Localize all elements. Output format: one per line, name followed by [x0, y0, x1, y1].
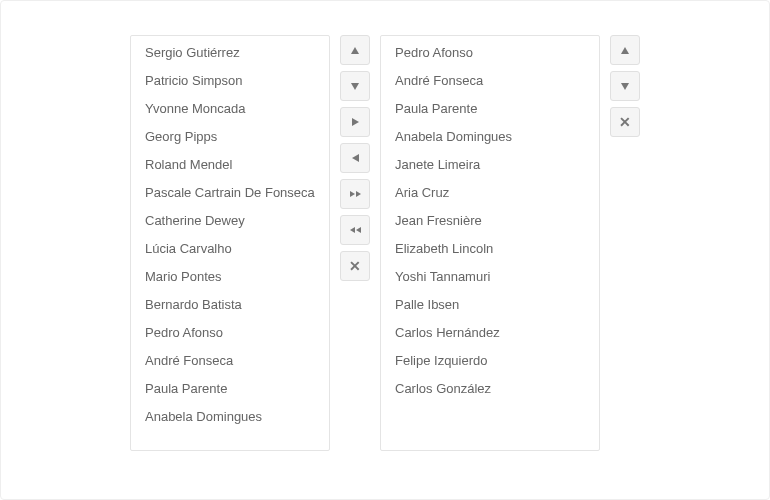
transfer-to-button[interactable] — [340, 107, 370, 137]
demo-panel: Sergio GutiérrezPatricio SimpsonYvonne M… — [0, 0, 770, 500]
source-list-item[interactable]: Georg Pipps — [131, 123, 329, 151]
target-list-item[interactable]: Yoshi Tannamuri — [381, 263, 599, 291]
target-list-item[interactable]: Anabela Domingues — [381, 123, 599, 151]
source-list-item[interactable]: Mario Pontes — [131, 263, 329, 291]
target-toolbar: ✕ — [610, 35, 640, 137]
source-list-item[interactable]: Paula Parente — [131, 375, 329, 403]
target-list-item[interactable]: Felipe Izquierdo — [381, 347, 599, 375]
move-down-button[interactable] — [340, 71, 370, 101]
caret-up-icon — [621, 47, 629, 54]
x-icon: ✕ — [619, 115, 631, 129]
source-list-item[interactable]: Sergio Gutiérrez — [131, 36, 329, 67]
caret-right-icon — [352, 118, 359, 126]
transfer-from-button[interactable] — [340, 143, 370, 173]
source-list-item[interactable]: Anabela Domingues — [131, 403, 329, 431]
move-up-button[interactable] — [340, 35, 370, 65]
source-list-item[interactable]: Bernardo Batista — [131, 291, 329, 319]
caret-left-icon — [352, 154, 359, 162]
target-list-item[interactable]: Elizabeth Lincoln — [381, 235, 599, 263]
double-caret-right-icon — [350, 191, 361, 197]
source-list-item[interactable]: Catherine Dewey — [131, 207, 329, 235]
transfer-toolbar: ✕ — [340, 35, 370, 281]
target-list-item[interactable]: Carlos Hernández — [381, 319, 599, 347]
source-list-item[interactable]: Yvonne Moncada — [131, 95, 329, 123]
source-list-item[interactable]: Roland Mendel — [131, 151, 329, 179]
target-list-item[interactable]: Palle Ibsen — [381, 291, 599, 319]
target-list-item[interactable]: Jean Fresnière — [381, 207, 599, 235]
transfer-all-to-button[interactable] — [340, 179, 370, 209]
target-list-item[interactable]: Paula Parente — [381, 95, 599, 123]
source-listbox[interactable]: Sergio GutiérrezPatricio SimpsonYvonne M… — [130, 35, 330, 451]
target-list-item[interactable]: Aria Cruz — [381, 179, 599, 207]
source-list-item[interactable]: André Fonseca — [131, 347, 329, 375]
caret-down-icon — [621, 83, 629, 90]
target-list-item[interactable]: André Fonseca — [381, 67, 599, 95]
transfer-all-from-button[interactable] — [340, 215, 370, 245]
caret-down-icon — [351, 83, 359, 90]
target-list-item[interactable]: Carlos González — [381, 375, 599, 403]
target-remove-button[interactable]: ✕ — [610, 107, 640, 137]
target-listbox[interactable]: Pedro AfonsoAndré FonsecaPaula ParenteAn… — [380, 35, 600, 451]
x-icon: ✕ — [349, 259, 361, 273]
double-caret-left-icon — [350, 227, 361, 233]
dual-listbox: Sergio GutiérrezPatricio SimpsonYvonne M… — [130, 35, 640, 451]
remove-button[interactable]: ✕ — [340, 251, 370, 281]
source-list-item[interactable]: Pascale Cartrain De Fonseca — [131, 179, 329, 207]
caret-up-icon — [351, 47, 359, 54]
target-list-item[interactable]: Pedro Afonso — [381, 36, 599, 67]
target-move-up-button[interactable] — [610, 35, 640, 65]
source-list-item[interactable]: Pedro Afonso — [131, 319, 329, 347]
target-move-down-button[interactable] — [610, 71, 640, 101]
source-list-item[interactable]: Patricio Simpson — [131, 67, 329, 95]
source-list-item[interactable]: Lúcia Carvalho — [131, 235, 329, 263]
target-list-item[interactable]: Janete Limeira — [381, 151, 599, 179]
